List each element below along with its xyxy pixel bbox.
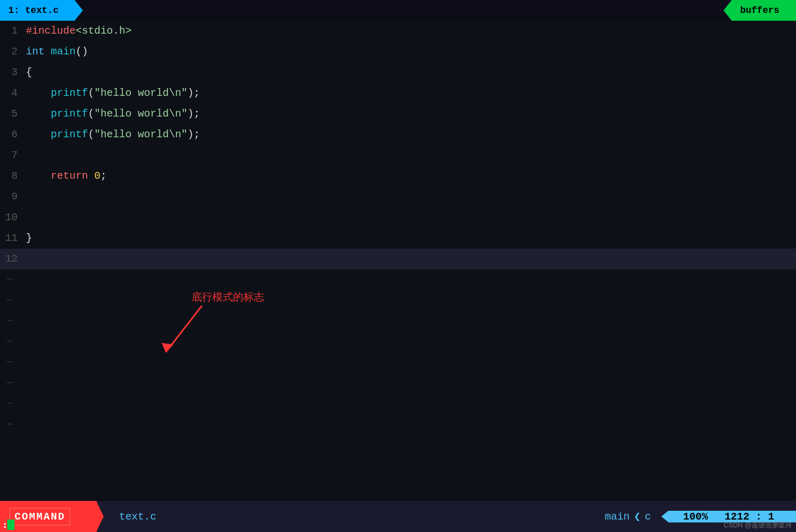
status-bar: COMMAND text.c main ❮ c 100% 1212 : 1	[0, 501, 796, 532]
mode-box: COMMAND	[0, 501, 104, 532]
percent-label: 100%	[683, 511, 708, 523]
line-number-12: 12	[0, 249, 26, 269]
line-content-5: printf("hello world\n");	[26, 104, 200, 124]
tilde-2: ~	[0, 290, 796, 311]
tab-bar: 1: text.c buffers	[0, 0, 796, 21]
code-lines: 1 #include<stdio.h> 2 int main() 3 { 4 p…	[0, 21, 796, 269]
line-number-11: 11	[0, 228, 26, 249]
line-number-1: 1	[0, 21, 26, 41]
line-number-9: 9	[0, 186, 26, 207]
code-line-7: 7	[0, 145, 796, 166]
line-number-5: 5	[0, 104, 26, 124]
line-content-4: printf("hello world\n");	[26, 83, 200, 104]
tilde-5: ~	[0, 352, 796, 373]
code-line-4: 4 printf("hello world\n");	[0, 83, 796, 104]
status-center: text.c	[104, 501, 595, 532]
tilde-6: ~	[0, 373, 796, 394]
mode-label: COMMAND	[15, 511, 65, 523]
line-content-1: #include<stdio.h>	[26, 21, 132, 41]
active-tab[interactable]: 1: text.c	[0, 0, 83, 21]
line-content-3: {	[26, 62, 32, 83]
buffers-button[interactable]: buffers	[723, 0, 796, 21]
code-line-10: 10	[0, 207, 796, 228]
line-number-2: 2	[0, 41, 26, 62]
watermark: CSDN @遥望浩渺星河	[723, 521, 792, 530]
cursor-block	[7, 520, 15, 530]
command-colon: :	[2, 519, 8, 530]
code-line-9: 9	[0, 186, 796, 207]
code-line-1: 1 #include<stdio.h>	[0, 21, 796, 41]
code-line-11: 11 }	[0, 228, 796, 249]
tilde-7: ~	[0, 394, 796, 414]
lang-label: c	[645, 511, 651, 523]
mode-inner: COMMAND	[9, 508, 70, 526]
code-line-3: 3 {	[0, 62, 796, 83]
line-number-3: 3	[0, 62, 26, 83]
tilde-3: ~	[0, 311, 796, 332]
line-number-6: 6	[0, 124, 26, 145]
code-line-2: 2 int main()	[0, 41, 796, 62]
line-content-11: }	[26, 228, 32, 249]
buffers-label: buffers	[740, 5, 779, 16]
line-number-10: 10	[0, 207, 26, 228]
tilde-8: ~	[0, 414, 796, 435]
func-info: main ❮ c	[595, 510, 661, 524]
tilde-1: ~	[0, 269, 796, 290]
line-number-8: 8	[0, 166, 26, 186]
code-line-5: 5 printf("hello world\n");	[0, 104, 796, 124]
line-content-6: printf("hello world\n");	[26, 124, 200, 145]
line-number-7: 7	[0, 145, 26, 166]
tilde-4: ~	[0, 332, 796, 352]
status-filename: text.c	[109, 511, 167, 523]
code-line-8: 8 return 0;	[0, 166, 796, 186]
line-content-2: int main()	[26, 41, 88, 62]
code-line-12: 12	[0, 249, 796, 269]
active-tab-label: 1: text.c	[8, 5, 59, 16]
code-editor: 1 #include<stdio.h> 2 int main() 3 { 4 p…	[0, 21, 796, 501]
func-name: main	[605, 511, 630, 523]
line-content-8: return 0;	[26, 166, 107, 186]
chevron-left-icon: ❮	[634, 510, 641, 524]
line-number-4: 4	[0, 83, 26, 104]
code-line-6: 6 printf("hello world\n");	[0, 124, 796, 145]
